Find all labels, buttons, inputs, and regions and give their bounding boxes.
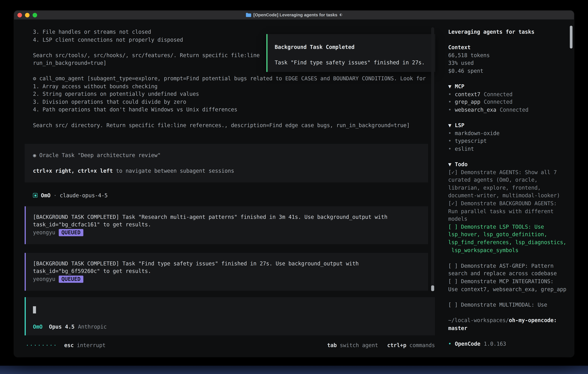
status-bar: ········ esc interrupt tab switch agent … [26,341,435,349]
todo-heading: Todo [455,161,467,168]
mcp-status: Connected [500,106,528,114]
ctrlp-key-label: commands [410,341,435,349]
context-spent: $0.46 spent [448,67,569,75]
bullet-icon: • [448,129,452,137]
mcp-name: context7 [455,90,480,98]
minimize-button[interactable] [25,13,30,17]
esc-key-label: interrupt [77,341,106,349]
mcp-section-header: ▼ MCP [448,83,569,90]
chat-pane: 3. File handles or streams not closed 4.… [14,20,442,356]
activity-icon: ◐ [340,11,342,19]
todo-item: [ ] Demonstrate AST-GREP: Pattern search… [448,262,569,278]
agent-name: OmO [41,192,51,199]
bullet-icon: • [448,145,452,153]
toast-body: Task "Find type safety issues" finished … [275,59,428,67]
ctrlp-key-hint: ctrl+p [387,341,406,349]
chat-scrollbar[interactable] [431,27,434,291]
lsp-name: markdown-oxide [455,129,499,137]
agent-model: claude-opus-4-5 [60,192,108,199]
mcp-item: • context7 Connected [448,90,569,98]
toast-title: Background Task Completed [275,43,428,51]
mcp-name: websearch_exa [455,106,496,114]
chevron-down-icon: ▼ [448,161,452,168]
chat-scrollbar-thumb[interactable] [431,285,434,291]
lsp-name: typescript [455,137,487,145]
chevron-down-icon: ▼ [448,122,452,129]
text-cursor [33,306,36,313]
window-title: [OpenCode] Leveraging agents for tasks [253,11,337,19]
message-body: [BACKGROUND TASK COMPLETED] Task "Find t… [33,260,420,275]
message-body: [BACKGROUND TASK COMPLETED] Task "Resear… [33,213,420,229]
prompt-input[interactable]: OmO Opus 4.5 Anthropic [25,297,435,335]
window-titlebar[interactable]: [OpenCode] Leveraging agents for tasks ◐ [14,10,574,20]
terminal-window: [OpenCode] Leveraging agents for tasks ◐… [14,10,574,357]
tab-key-hint: tab [327,341,337,349]
bullet-icon: • [448,340,452,348]
lsp-item: • markdown-oxide [448,129,569,137]
lsp-name: eslint [455,145,474,153]
input-agent-name: OmO [33,323,42,331]
mcp-heading: MCP [455,83,464,90]
mcp-item: • grep_app Connected [448,98,569,106]
lsp-item: • eslint [448,145,569,153]
mcp-item: • websearch_exa Connected [448,106,569,114]
message-author: yeongyu [33,229,55,237]
workspace-path-prefix: ~/local-workspaces/ [448,317,509,323]
sidebar-scrollbar-thumb[interactable] [570,26,572,48]
context-heading: Context [448,43,569,51]
desktop-wallpaper-band [0,366,588,374]
esc-key-hint: esc [64,341,74,349]
todo-section-header: ▼ Todo [448,161,569,168]
model-indicator: OmO Opus 4.5 Anthropic [33,323,107,331]
agent-header: OmO · claude-opus-4-5 [33,192,442,199]
todo-item: [✓] Demonstrate BACKGROUND AGENTS: Run p… [448,200,569,223]
oracle-task-title: ◉ Oracle Task "Deep architecture review" [33,151,420,159]
todo-item: [ ] Demonstrate MCP INTEGRATIONS: Use co… [448,278,569,293]
sidebar: Leveraging agents for tasks Context 66,5… [442,20,574,356]
mcp-name: grep_app [455,98,480,106]
mcp-status: Connected [484,98,513,106]
app-name: OpenCode [455,340,480,348]
chevron-down-icon: ▼ [448,83,452,90]
bullet-icon: • [448,98,452,106]
oracle-task-panel: ◉ Oracle Task "Deep architecture review"… [25,144,428,183]
close-button[interactable] [17,13,22,17]
app-version-row: • OpenCode 1.0.163 [448,340,569,348]
workspace-repo: oh-my-opencode: [509,317,557,323]
context-used: 33% used [448,59,569,67]
hint-keys: ctrl+x right, ctrl+x left [33,168,113,174]
message-author: yeongyu [33,275,55,283]
tool-call-text: ⚙ call_omo_agent [subagent_type=explore,… [33,75,442,129]
todo-item: [ ] Demonstrate MULTIMODAL: Use [448,301,569,309]
background-task-message: [BACKGROUND TASK COMPLETED] Task "Find t… [25,253,428,291]
lsp-section-header: ▼ LSP [448,122,569,129]
queued-badge: QUEUED [59,276,83,283]
app-version: 1.0.163 [484,340,506,348]
background-task-message: [BACKGROUND TASK COMPLETED] Task "Resear… [25,206,428,244]
subagent-nav-hint: ctrl+x right, ctrl+x left to navigate be… [33,167,420,175]
window-title-group: [OpenCode] Leveraging agents for tasks ◐ [246,11,342,19]
screen: [OpenCode] Leveraging agents for tasks ◐… [0,0,588,374]
session-title: Leveraging agents for tasks [448,28,569,36]
context-tokens: 66,518 tokens [448,51,569,59]
hint-text: to navigate between subagent sessions [113,168,234,174]
bullet-icon: • [448,90,452,98]
input-model-name: Opus 4.5 [49,323,75,331]
zoom-button[interactable] [32,13,37,17]
separator-dot: · [53,192,57,199]
todo-item: [✓] Demonstrate AGENTS: Show all 7 curat… [448,168,569,200]
input-provider-name: Anthropic [78,323,107,331]
workspace-branch: master [448,324,569,332]
tab-key-label: switch agent [340,341,378,349]
bullet-icon: • [448,106,452,114]
lsp-heading: LSP [455,122,464,129]
traffic-lights [17,10,37,19]
notification-toast[interactable]: Background Task Completed Task "Find typ… [266,34,435,72]
spinner-icon: ········ [26,341,57,349]
agent-icon [33,193,37,198]
queued-badge: QUEUED [59,229,83,236]
todo-item: [ ] Demonstrate LSP TOOLS: Use lsp_hover… [448,223,569,254]
lsp-item: • typescript [448,137,569,145]
folder-icon [246,13,251,17]
mcp-status: Connected [484,90,513,98]
